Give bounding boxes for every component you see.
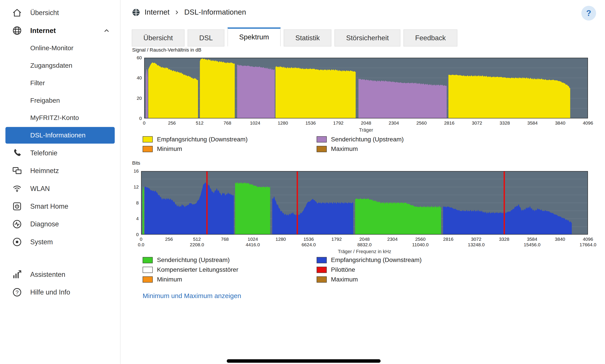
globe-icon xyxy=(132,8,140,17)
legend-label: Kompensierter Leitungsstörer xyxy=(157,266,238,273)
heimnetz-icon xyxy=(12,166,22,176)
legend-entry: Maximum xyxy=(316,144,491,154)
legend-swatch-senderichtung-upstream xyxy=(316,136,327,142)
snr-legend: Empfangsrichtung (Downstream)MinimumSend… xyxy=(143,134,491,154)
sidebar-item-label: Telefonie xyxy=(30,149,57,157)
legend-label: Empfangsrichtung (Downstream) xyxy=(331,257,422,263)
dsl-information-page: ÜbersichtInternetOnline-MonitorZugangsda… xyxy=(0,0,605,364)
x-tick-label: 1536 xyxy=(303,236,314,242)
breadcrumb: Internet DSL-Informationen xyxy=(132,8,246,17)
x-tick-label: 1024 xyxy=(248,236,258,242)
x-tick-label: 1024 xyxy=(250,120,260,126)
breadcrumb-internet[interactable]: Internet xyxy=(145,8,170,17)
x-tick-label: 3328 xyxy=(499,236,509,242)
legend-entry: Kompensierter Leitungsstörer xyxy=(143,265,317,275)
sidebar-item-label: Diagnose xyxy=(30,220,59,228)
sidebar-item-freigaben[interactable]: Freigaben xyxy=(0,92,120,109)
sidebar-item-myfritz-konto[interactable]: MyFRITZ!-Konto xyxy=(0,109,120,127)
legend-column: Senderichtung (Upstream)Kompensierter Le… xyxy=(143,255,317,284)
sidebar-item-label: Assistenten xyxy=(30,270,65,279)
sidebar-item-label: Hilfe und Info xyxy=(30,288,70,297)
x-tick-label: 2816 xyxy=(444,120,454,126)
x-tick-label: 512 xyxy=(193,236,201,242)
sidebar-item-bersicht[interactable]: Übersicht xyxy=(0,4,120,22)
x-tick-label: 4096 xyxy=(583,236,593,242)
sidebar-item-assistenten[interactable]: Assistenten xyxy=(0,266,120,283)
tab-spektrum[interactable]: Spektrum xyxy=(228,27,281,46)
assistent-icon xyxy=(12,270,22,279)
sidebar-item-heimnetz[interactable]: Heimnetz xyxy=(0,162,120,180)
legend-column: Empfangsrichtung (Downstream)PilottöneMa… xyxy=(316,255,491,284)
x-freq-label: 0.0 xyxy=(138,242,144,247)
legend-entry: Minimum xyxy=(143,144,317,154)
y-tick-label: 60 xyxy=(127,55,142,61)
sidebar-item-label: Internet xyxy=(30,26,55,35)
y-tick-label: 16 xyxy=(124,168,139,174)
y-tick-label: 4 xyxy=(124,216,139,222)
breadcrumb-current: DSL-Informationen xyxy=(184,8,246,17)
globe-icon xyxy=(12,26,22,35)
y-tick-label: 20 xyxy=(127,95,142,101)
chart-title: Bits xyxy=(132,160,140,166)
x-freq-label: 4416.0 xyxy=(246,242,260,247)
legend-swatch-maximum xyxy=(316,146,327,152)
legend-swatch-pilott-ne xyxy=(316,267,327,273)
chevron-right-icon xyxy=(174,9,180,15)
x-tick-label: 0 xyxy=(140,236,142,242)
x-tick-label: 2304 xyxy=(389,120,399,126)
snr-chart: Signal / Rausch-Verhältnis in dB02040600… xyxy=(132,46,593,132)
sidebar-item-zugangsdaten[interactable]: Zugangsdaten xyxy=(0,57,120,74)
x-tick-label: 3584 xyxy=(527,120,538,126)
help-icon: ? xyxy=(12,287,22,297)
legend-swatch-minimum xyxy=(143,146,153,152)
legend-label: Minimum xyxy=(157,276,182,283)
x-tick-label: 256 xyxy=(165,236,173,242)
legend-column: Senderichtung (Upstream)Maximum xyxy=(316,134,491,154)
sidebar-item-filter[interactable]: Filter xyxy=(0,74,120,92)
tab-bersicht[interactable]: Übersicht xyxy=(132,29,185,46)
sidebar-item-online-monitor[interactable]: Online-Monitor xyxy=(0,39,120,57)
x-tick-label: 1792 xyxy=(331,236,342,242)
legend-label: Pilottöne xyxy=(331,266,355,273)
chart-title: Signal / Rausch-Verhältnis in dB xyxy=(132,47,201,52)
help-button[interactable]: ? xyxy=(581,6,596,20)
x-tick-label: 3328 xyxy=(500,120,510,126)
bits-legend: Senderichtung (Upstream)Kompensierter Le… xyxy=(143,255,491,284)
legend-entry: Empfangsrichtung (Downstream) xyxy=(143,134,317,144)
sidebar-item-dsl-informationen[interactable]: DSL-Informationen xyxy=(5,127,114,143)
sidebar-item-telefonie[interactable]: Telefonie xyxy=(0,144,120,162)
tab-st-rsicherheit[interactable]: Störsicherheit xyxy=(334,29,400,46)
svg-text:?: ? xyxy=(15,289,19,295)
x-tick-label: 256 xyxy=(168,120,176,126)
bits-plot xyxy=(141,171,588,234)
y-tick-label: 0 xyxy=(124,232,139,238)
sidebar-item-diagnose[interactable]: Diagnose xyxy=(0,215,120,233)
sidebar-item-label: Übersicht xyxy=(30,9,59,17)
legend-swatch-empfangsrichtung-downstream xyxy=(316,257,327,263)
sidebar-item-internet[interactable]: Internet xyxy=(0,22,120,39)
sidebar-item-smart-home[interactable]: Smart Home xyxy=(0,197,120,215)
tab-bar: ÜbersichtDSLSpektrumStatistikStörsicherh… xyxy=(132,27,461,46)
legend-label: Maximum xyxy=(331,276,358,283)
x-tick-label: 2048 xyxy=(361,120,371,126)
x-axis-label: Träger / Frequenz in kHz xyxy=(338,249,391,254)
show-min-max-link[interactable]: Minimum und Maximum anzeigen xyxy=(143,292,241,300)
x-tick-label: 3584 xyxy=(527,236,537,242)
sidebar-item-wlan[interactable]: WLAN xyxy=(0,180,120,197)
y-tick-label: 0 xyxy=(127,115,142,121)
sidebar-item-hilfe-und-info[interactable]: ?Hilfe und Info xyxy=(0,284,120,301)
x-tick-label: 768 xyxy=(221,236,229,242)
legend-column: Empfangsrichtung (Downstream)Minimum xyxy=(143,134,317,154)
home-indicator xyxy=(227,359,381,363)
x-freq-label: 2208.0 xyxy=(190,242,204,247)
band-empfangsrichtung-downstream xyxy=(200,58,234,118)
diagnose-icon xyxy=(12,219,22,229)
x-freq-label: 15456.0 xyxy=(524,242,540,247)
phone-icon xyxy=(12,148,22,158)
tab-feedback[interactable]: Feedback xyxy=(404,29,457,46)
x-tick-label: 3840 xyxy=(555,236,565,242)
sidebar-item-system[interactable]: System xyxy=(0,233,120,251)
tab-statistik[interactable]: Statistik xyxy=(284,29,331,46)
tab-dsl[interactable]: DSL xyxy=(188,29,224,46)
x-tick-label: 1280 xyxy=(275,236,286,242)
